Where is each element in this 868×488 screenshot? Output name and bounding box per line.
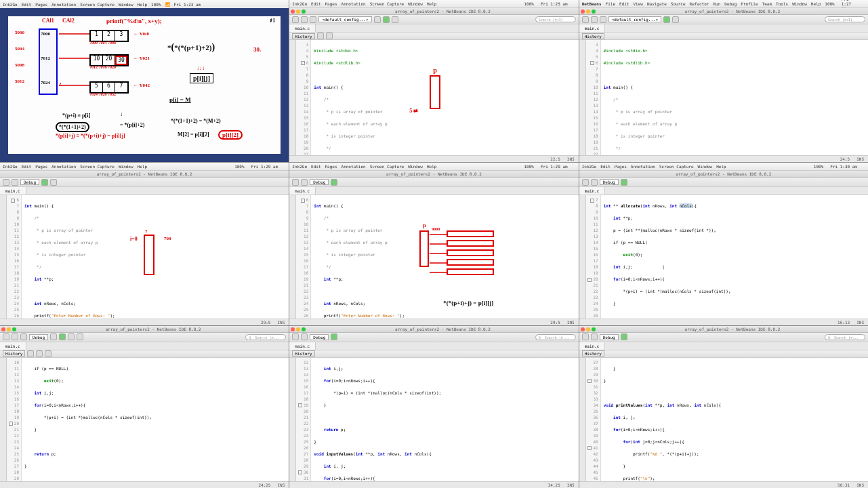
panel-2-netbeans: Ink2GoEditPagesAnnotationScreen CaptureW… [289, 0, 578, 162]
nb-menubar[interactable]: NetBeansFileEditViewNavigateSourceRefact… [579, 0, 868, 8]
panel-8-netbeans: array_of_pointers2 - NetBeans IDE 8.0.2 … [289, 326, 578, 488]
code-area[interactable]: #include <stdio.h> #include <stdlib.h> i… [311, 40, 578, 155]
ink-menubar-overlay[interactable]: Ink2GoEditPagesAnnotationScreen CaptureW… [289, 0, 578, 8]
build-icon[interactable] [374, 16, 381, 23]
editor-tabs[interactable]: main.c [289, 24, 578, 33]
cursor-pos: 22:5 [550, 157, 560, 161]
debug-icon[interactable] [392, 16, 398, 23]
panel-7-netbeans: array_of_pointers2 - NetBeans IDE 8.0.2 … [0, 326, 289, 488]
window-title: array_of_pointers2 - NetBeans IDE 8.0.2 [289, 8, 578, 15]
run-icon[interactable] [663, 16, 670, 23]
whiteboard-canvas[interactable]: CAl1 CAl2 printf("%d\n", x+y); ♯1 5000 5… [0, 8, 289, 162]
app-name: Ink2Go [3, 2, 18, 7]
nb-toolbar[interactable]: <default config...> Search (⌘+I) [289, 15, 578, 24]
save-icon[interactable] [310, 16, 316, 23]
tab-main-c[interactable]: main.c [289, 24, 316, 32]
ink-menubar[interactable]: Ink2Go Edit Pages Annotation Screen Capt… [0, 0, 289, 8]
panel-4-netbeans: Ink2GoEditPagesAnnotationScreen CaptureW… [0, 163, 289, 325]
statusbar: 22:5INS [289, 155, 578, 162]
panel-9-netbeans: array_of_pointers2 - NetBeans IDE 8.0.2 … [579, 326, 868, 488]
config-dropdown[interactable]: <default config...> [318, 16, 372, 22]
panel-1-whiteboard: Ink2Go Edit Pages Annotation Screen Capt… [0, 0, 289, 162]
wifi-icon: 📶 [165, 2, 170, 7]
code-editor[interactable]: 34567891011121314151617181920212223 #inc… [289, 40, 578, 155]
new-file-icon[interactable] [292, 16, 299, 23]
panel-3-netbeans: NetBeansFileEditViewNavigateSourceRefact… [579, 0, 868, 162]
sidebar-projects[interactable] [289, 40, 296, 155]
panel-5-netbeans: Ink2GoEditPagesAnnotationScreen CaptureW… [289, 163, 578, 325]
search-input[interactable]: Search (⌘+I) [535, 16, 576, 22]
run-icon[interactable] [383, 16, 390, 23]
line-gutter: 34567891011121314151617181920212223 [296, 40, 311, 155]
open-icon[interactable] [301, 16, 308, 23]
panel-6-netbeans: Ink2GoEditPagesAnnotationScreen CaptureW… [579, 163, 868, 325]
